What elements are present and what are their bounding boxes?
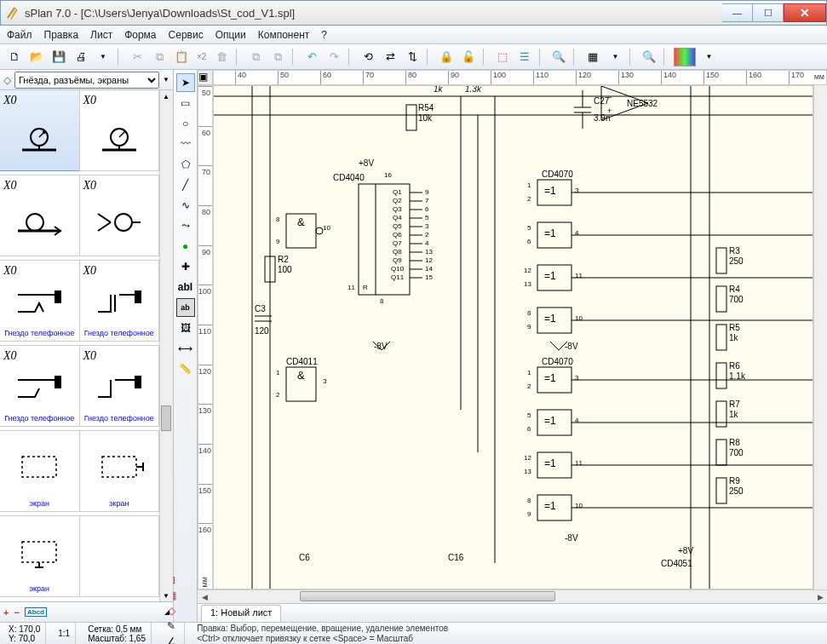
dimension-tool[interactable]: ⟷ [176, 339, 195, 358]
circle-tool[interactable]: ○ [176, 114, 195, 133]
library-dropdown-icon[interactable]: ▼ [163, 76, 169, 83]
library-icon[interactable]: ◇ [3, 74, 11, 86]
pen-icon[interactable]: ✎ [167, 620, 175, 632]
menu-edit[interactable]: Правка [44, 29, 79, 41]
zigzag-tool[interactable]: 〰 [176, 135, 195, 153]
undo-icon[interactable]: ↶ [302, 48, 321, 66]
cut-icon[interactable]: ✂ [128, 48, 146, 66]
library-scrollbar[interactable]: ▲ ▼ [159, 90, 173, 601]
svg-rect-12 [135, 290, 141, 303]
ruler-vertical[interactable]: мм 5060708090100110120130140150160 [198, 85, 213, 589]
curve-tool[interactable]: ∿ [176, 196, 195, 215]
label-cd4070-1: CD4070 [542, 170, 573, 179]
ruler-tool[interactable]: 📏 [176, 359, 195, 378]
canvas-hscroll[interactable]: ◀ ▶ [198, 589, 827, 603]
component-cell[interactable]: X0 [79, 90, 160, 171]
node-tool[interactable]: ● [176, 237, 195, 256]
scroll-thumb-h[interactable] [300, 591, 555, 601]
svg-rect-35 [716, 286, 726, 312]
svg-rect-37 [716, 363, 726, 388]
svg-rect-36 [716, 325, 726, 350]
label-r54v: 10k [418, 113, 432, 123]
menu-component[interactable]: Компонент [258, 29, 310, 41]
component-cell[interactable]: X0 Гнездо телефонное [79, 345, 160, 427]
bezier-tool[interactable]: ⤳ [176, 216, 195, 235]
label-c6: C6 [299, 553, 310, 562]
menu-options[interactable]: Опции [215, 29, 246, 41]
scroll-left-icon[interactable]: ◀ [198, 591, 211, 603]
connect-icon[interactable]: ◇ [168, 605, 175, 617]
library-select[interactable]: Гнёзда, разъёмы, экраны [14, 72, 159, 89]
cross-tool[interactable]: ✚ [176, 257, 195, 276]
scroll-thumb[interactable] [161, 405, 171, 431]
rotate-icon[interactable]: ⟲ [359, 48, 377, 66]
angle-icon[interactable]: ∠ [167, 635, 176, 645]
app-icon [6, 6, 20, 20]
clone-icon[interactable]: ⧉ [246, 48, 265, 66]
menu-form[interactable]: Форма [124, 29, 156, 41]
redo-icon[interactable]: ↷ [324, 48, 343, 66]
dropdown3-icon[interactable]: ▼ [699, 48, 718, 66]
color-icon[interactable] [674, 48, 696, 66]
minus-icon[interactable]: − [14, 607, 19, 618]
line-tool[interactable]: ╱ [176, 175, 195, 194]
pointer-tool[interactable]: ➤ [176, 73, 195, 92]
menu-sheet[interactable]: Лист [90, 29, 112, 41]
label-c16: C16 [448, 553, 463, 562]
zoom-icon[interactable]: 🔍 [640, 48, 658, 66]
text-box-tool[interactable]: ab [176, 298, 195, 317]
ruler-horizontal[interactable]: мм 405060708090100110120130140150160170 [213, 70, 827, 85]
find-icon[interactable]: 🔍 [549, 48, 568, 66]
svg-rect-39 [716, 440, 726, 465]
component-cell[interactable]: X0 Гнездо телефонное [0, 345, 80, 427]
delete-icon[interactable]: 🗑 [212, 48, 231, 66]
dropdown-icon[interactable]: ▼ [94, 48, 112, 66]
lock-icon[interactable]: 🔒 [437, 48, 456, 66]
text-tool[interactable]: abI [176, 278, 195, 296]
menu-help[interactable]: ? [321, 29, 327, 41]
component-cell[interactable]: X0 [0, 175, 80, 256]
maximize-button[interactable] [753, 3, 784, 22]
component-cell[interactable]: X0 [79, 175, 160, 256]
scroll-up-icon[interactable]: ▲ [160, 90, 172, 102]
tab-sheet-1[interactable]: 1: Новый лист [201, 605, 281, 622]
flip-v-icon[interactable]: ⇅ [403, 48, 422, 66]
open-icon[interactable]: 📂 [27, 48, 46, 66]
component-cell[interactable]: экран [0, 430, 80, 512]
component-cell[interactable]: X0 Гнездо телефонное [0, 260, 80, 342]
label-p8v2: +8V [678, 546, 693, 555]
paste-icon[interactable]: 📋 [172, 48, 191, 66]
minimize-button[interactable] [722, 3, 753, 22]
abcd-icon[interactable]: Abcd [25, 607, 47, 617]
schematic-canvas[interactable]: R54 10k C27 3.9n NE5532 − + CD4040 +8V C… [213, 85, 813, 589]
canvas-vscroll[interactable] [813, 85, 827, 589]
plus-icon[interactable]: + [3, 607, 9, 618]
rect-tool[interactable]: ▭ [176, 94, 195, 112]
close-button[interactable] [784, 3, 826, 22]
component-cell[interactable]: экран [0, 515, 80, 597]
status-coords: X: 170,0 Y: 70,0 [3, 623, 46, 644]
component-cell[interactable]: экран [79, 430, 160, 512]
new-icon[interactable]: 🗋 [5, 48, 24, 66]
scroll-right-icon[interactable]: ▶ [813, 591, 827, 603]
flip-h-icon[interactable]: ⇄ [381, 48, 399, 66]
paste-x2-icon[interactable]: ×2 [194, 48, 209, 66]
scroll-down-icon[interactable]: ▼ [160, 589, 172, 601]
print-icon[interactable]: 🖨 [72, 48, 90, 66]
select-box-icon[interactable]: ⬚ [493, 48, 512, 66]
list-icon[interactable]: ☰ [515, 48, 534, 66]
menu-file[interactable]: Файл [7, 29, 32, 41]
component-cell[interactable]: X0 [0, 90, 80, 171]
clone2-icon[interactable]: ⧉ [268, 48, 287, 66]
dropdown2-icon[interactable]: ▼ [606, 48, 624, 66]
label-m8v1: -8V [374, 342, 388, 351]
image-tool[interactable]: 🖼 [176, 319, 195, 337]
unlock-icon[interactable]: 🔓 [459, 48, 478, 66]
polygon-tool[interactable]: ⬠ [176, 155, 195, 174]
svg-point-6 [26, 214, 43, 231]
save-icon[interactable]: 💾 [49, 48, 68, 66]
layer-icon[interactable]: ▦ [583, 48, 602, 66]
component-cell[interactable]: X0 Гнездо телефонное [79, 260, 160, 342]
copy-icon[interactable]: ⧉ [150, 48, 169, 66]
menu-service[interactable]: Сервис [169, 29, 204, 41]
